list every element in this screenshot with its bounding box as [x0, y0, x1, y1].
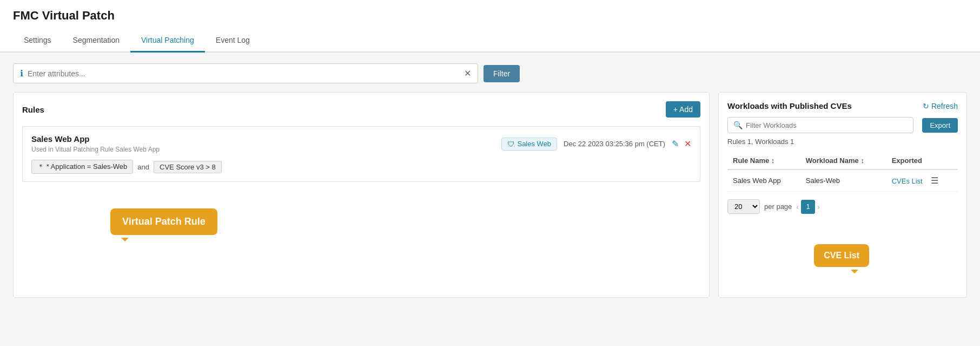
main-content: ℹ ✕ Filter Virtual Patch Rule Rules + Ad… — [0, 53, 980, 346]
right-panel: Workloads with Published CVEs ↻ Refresh … — [718, 92, 967, 298]
filter-workloads-input[interactable] — [746, 121, 908, 129]
table-row: Sales Web App Sales-Web CVEs List ☰ — [727, 169, 958, 192]
rule-actions: ✎ ✕ — [672, 139, 691, 149]
clear-icon[interactable]: ✕ — [464, 68, 471, 79]
filter-button[interactable]: Filter — [484, 65, 520, 82]
cve-table: Rule Name ↕ Workload Name ↕ Exported — [727, 152, 958, 192]
tag-shield-icon: 🛡 — [507, 140, 515, 148]
filter-workloads-search-icon: 🔍 — [733, 121, 743, 129]
left-panel: Rules + Add Sales Web App Used in Vitual… — [13, 92, 710, 298]
rules-panel-title: Rules — [22, 105, 44, 114]
tab-virtual-patching[interactable]: Virtual Patching — [130, 29, 205, 53]
row-rule-name: Sales Web App — [727, 169, 800, 192]
and-label: and — [137, 163, 149, 171]
rule-top: Sales Web App Used in Vitual Patching Ru… — [31, 134, 691, 153]
col-exported: Exported — [886, 152, 958, 169]
search-input[interactable] — [28, 69, 460, 78]
page-1-button[interactable]: 1 — [801, 200, 815, 214]
refresh-icon: ↻ — [923, 102, 929, 110]
sort-workload-name-icon: ↕ — [860, 156, 864, 165]
panels: Virtual Patch Rule Rules + Add Sales Web… — [13, 92, 967, 298]
search-bar: ℹ ✕ Filter — [13, 63, 967, 83]
info-icon: ℹ — [20, 68, 23, 79]
delete-icon[interactable]: ✕ — [684, 139, 691, 149]
refresh-button[interactable]: ↻ Refresh — [923, 102, 958, 110]
rule-filters: ＊ * Application = Sales-Web and CVE Scor… — [31, 160, 691, 174]
rule-tag-label: Sales Web — [517, 140, 551, 148]
panel-header: Rules + Add — [22, 101, 700, 117]
filter-tag-cve: CVE Score v3 > 8 — [154, 161, 222, 173]
filter-tag-application: ＊ * Application = Sales-Web — [31, 160, 133, 174]
per-page-label: per page — [764, 203, 792, 211]
pagination: 20 50 100 per page ‹ 1 › — [727, 199, 958, 214]
workload-search-row: 🔍 CVE List Export — [727, 117, 958, 133]
virtual-patch-rule-tooltip: Virtual Patch Rule — [110, 208, 217, 235]
add-button[interactable]: + Add — [666, 101, 700, 117]
tabs-bar: Settings Segmentation Virtual Patching E… — [0, 29, 980, 53]
workload-search-box: 🔍 — [727, 117, 913, 133]
rule-sub: Used in Vitual Patching Rule Sales Web A… — [31, 146, 495, 153]
filter-asterisk: ＊ — [37, 162, 47, 171]
export-button[interactable]: Export — [922, 118, 958, 133]
cves-list-link[interactable]: CVEs List — [892, 177, 923, 185]
rule-name: Sales Web App — [31, 134, 495, 143]
next-page-button[interactable]: › — [817, 203, 820, 211]
row-workload-name: Sales-Web — [800, 169, 886, 192]
rule-tag: 🛡 Sales Web — [501, 138, 557, 151]
page-nav: ‹ 1 › — [796, 200, 819, 214]
row-exported: CVEs List ☰ — [886, 169, 958, 192]
rule-date: Dec 22 2023 03:25:36 pm (CET) — [564, 140, 665, 148]
tab-segmentation[interactable]: Segmentation — [62, 29, 130, 53]
edit-icon[interactable]: ✎ — [672, 139, 679, 149]
refresh-label: Refresh — [931, 102, 958, 110]
page-size-select[interactable]: 20 50 100 — [727, 199, 760, 214]
rules-count: Rules 1, Workloads 1 — [727, 138, 958, 146]
tab-event-log[interactable]: Event Log — [205, 29, 261, 53]
right-panel-title: Workloads with Published CVEs — [727, 101, 852, 110]
filter-application-label: * Application = Sales-Web — [47, 162, 128, 171]
app-title: FMC Virtual Patch — [13, 9, 967, 23]
sort-rule-name-icon: ↕ — [771, 156, 775, 165]
list-menu-icon[interactable]: ☰ — [931, 176, 938, 185]
prev-page-button[interactable]: ‹ — [796, 203, 799, 211]
search-input-wrapper: ℹ ✕ — [13, 63, 478, 83]
rule-item: Sales Web App Used in Vitual Patching Ru… — [22, 126, 700, 182]
right-panel-header: Workloads with Published CVEs ↻ Refresh — [727, 101, 958, 110]
col-workload-name[interactable]: Workload Name ↕ — [800, 152, 886, 169]
tab-settings[interactable]: Settings — [13, 29, 62, 53]
cve-list-tooltip: CVE List — [814, 244, 869, 267]
col-rule-name[interactable]: Rule Name ↕ — [727, 152, 800, 169]
